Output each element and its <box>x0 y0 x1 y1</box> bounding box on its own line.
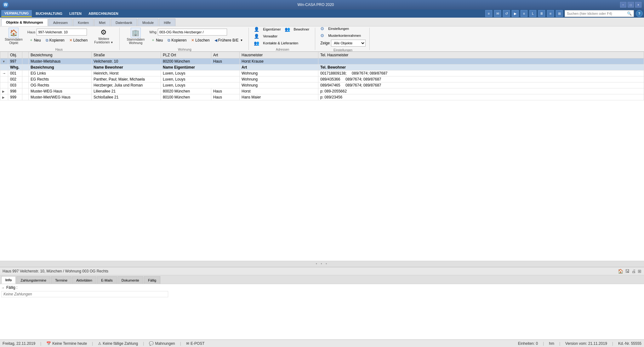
table-row[interactable]: → 001 EG Links Heinrich, Horst Luven, Lo… <box>0 70 644 76</box>
loeschen-haus-button[interactable]: ✕ Löschen <box>67 37 89 43</box>
save-icon[interactable]: 🖫 <box>625 269 630 274</box>
menu-abrechnungen[interactable]: ABRECHNUNGEN <box>85 10 122 17</box>
toolbar-icon-3[interactable]: ↺ <box>503 10 510 17</box>
loeschen-whg-button[interactable]: ✕ Löschen <box>189 37 211 43</box>
sort-cell <box>22 82 29 88</box>
bottom-tab-dokumente[interactable]: Dokumente <box>117 276 143 284</box>
bottom-tab-termine[interactable]: Termine <box>51 276 71 284</box>
expand-cell[interactable] <box>0 82 8 88</box>
col-obj[interactable]: Obj. <box>8 52 22 59</box>
toolbar-icon-6[interactable]: L <box>529 10 536 17</box>
neu-haus-button[interactable]: ＋ Neu <box>27 36 43 44</box>
home-icon[interactable]: 🏠 <box>618 269 623 274</box>
whg-input[interactable] <box>158 29 227 36</box>
expand-cell[interactable]: ▼ <box>0 59 8 64</box>
menu-verwaltung[interactable]: VERWALTUNG <box>1 10 32 17</box>
search-input[interactable] <box>567 12 627 15</box>
expand-cell[interactable] <box>0 76 8 82</box>
expand-icon[interactable]: ▶ <box>2 90 5 93</box>
bottom-content: → Fällig : Keine Zahlungen <box>0 284 644 339</box>
stammdaten-objekt-button[interactable]: 🏠 StammdatenObjekt <box>3 26 25 46</box>
expand-cell[interactable]: → <box>0 70 8 76</box>
tab-konten[interactable]: Konten <box>73 19 94 26</box>
toolbar-icon-1[interactable]: ≡ <box>485 10 492 17</box>
table-row[interactable]: ▶ 998 Muster-WEG Haus Lilienallee 21 800… <box>0 88 644 94</box>
verwalter-button[interactable]: Verwalter <box>261 33 279 39</box>
toolbar-icon-2[interactable]: ✉ <box>494 10 501 17</box>
table-row[interactable]: 002 EG Rechts Panther, Paul; Maier, Mich… <box>0 76 644 82</box>
toolbar-icon-4[interactable]: ▶ <box>512 10 519 17</box>
expand-cell[interactable]: ▶ <box>0 88 8 94</box>
haus-input[interactable] <box>37 29 87 36</box>
bottom-tab-zahlungstermine[interactable]: Zahlungstermine <box>16 276 50 284</box>
musterkonten-button[interactable]: Musterkontenrahmen <box>326 33 363 38</box>
col-plzort[interactable]: PLZ Ort <box>161 52 211 59</box>
toolbar-icon-8[interactable]: ≡ <box>547 10 554 17</box>
table-row[interactable]: 003 OG Rechts Herzberger, Julia und Roma… <box>0 82 644 88</box>
search-box[interactable]: 🔍 <box>565 10 634 17</box>
fruehere-be-button[interactable]: ◀ Frühere B/E ▼ <box>213 37 245 43</box>
toolbar-icon-7[interactable]: Ⅲ <box>538 10 545 17</box>
col-bezeichnung[interactable]: Bezeichnung <box>29 52 92 59</box>
col-strasse[interactable]: Straße <box>92 52 161 59</box>
sort-cell <box>22 88 29 94</box>
tab-datenbank[interactable]: Datenbank <box>111 19 137 26</box>
art-cell: Haus <box>211 94 240 100</box>
table-row[interactable]: ▼ 997 Muster-Mietshaus Veilchenstr. 10 8… <box>0 59 644 64</box>
print-icon[interactable]: 🖨 <box>631 269 636 274</box>
col-art[interactable]: Art <box>211 52 240 59</box>
toolbar-icon-9[interactable]: ⊞ <box>556 10 563 17</box>
tab-adressen[interactable]: Adressen <box>48 19 72 26</box>
stammdaten-wohnung-button[interactable]: 🏢 StammdatenWohnung <box>125 26 147 46</box>
neu-whg-button[interactable]: ＋ Neu <box>149 36 165 44</box>
toolbar-icon-5[interactable]: ≡ <box>521 10 527 17</box>
status-termine-label: Keine Termine heute <box>52 341 87 346</box>
col-sort <box>22 52 29 59</box>
weitere-icon: ⚙ <box>100 28 107 36</box>
kopieren-whg-icon: ⧉ <box>168 38 170 42</box>
kopieren-whg-label: Kopieren <box>171 38 186 42</box>
tab-objekte[interactable]: Objekte & Wohnungen <box>1 19 48 26</box>
help-icon[interactable]: ? <box>636 10 643 17</box>
tab-miet[interactable]: Miet <box>94 19 110 26</box>
expand-cell[interactable]: ▶ <box>0 94 8 100</box>
table-row[interactable]: ▶ 999 Muster-Miet/WEG Haus Schloßallee 2… <box>0 94 644 100</box>
bezeichnung-cell: Muster-Miet/WEG Haus <box>29 94 92 100</box>
tab-module[interactable]: Module <box>138 19 158 26</box>
eigentuemer-button[interactable]: Eigentümer <box>261 26 282 32</box>
collapse-icon[interactable]: ▼ <box>2 60 5 63</box>
art-cell: Wohnung <box>240 76 318 82</box>
bottom-tab-emails[interactable]: E-Mails <box>97 276 117 284</box>
tab-hilfe[interactable]: Hilfe <box>159 19 175 26</box>
menu-buchhaltung[interactable]: BUCHHALTUNG <box>32 10 66 17</box>
col-expand <box>0 52 8 59</box>
table-area: Obj. Bezeichnung Straße PLZ Ort Art Haus… <box>0 52 644 261</box>
bottom-tab-aktivitaeten[interactable]: Aktivitäten <box>72 276 96 284</box>
haus-input-group: Haus <box>27 29 89 36</box>
weitere-funktionen-button[interactable]: ⚙ WeitereFunktionen▼ <box>92 27 115 45</box>
bottom-tab-info[interactable]: Info <box>1 276 16 284</box>
zeige-select[interactable]: Alle Objekte Nur Häuser Nur Wohnungen <box>331 40 366 47</box>
kopieren-whg-button[interactable]: ⧉ Kopieren <box>166 37 188 43</box>
splitter[interactable]: • • • <box>0 261 644 267</box>
bewohner-button[interactable]: Bewohner <box>292 26 311 32</box>
kopieren-haus-button[interactable]: ⧉ Kopieren <box>44 37 66 43</box>
einstellungen-button[interactable]: Einstellungen <box>326 26 351 31</box>
eigentuemer-row: 👤 Eigentümer 👥 Bewohner <box>254 26 311 32</box>
kontakte-button[interactable]: Kontakte & Lieferanten <box>261 40 300 46</box>
bottom-tab-faellig[interactable]: Fällig <box>144 276 160 284</box>
col-tel-hausmeister[interactable]: Tel. Hausmeister <box>318 52 644 59</box>
plzort-cell: 80100 München <box>161 94 211 100</box>
col-hausmeister[interactable]: Hausmeister <box>240 52 318 59</box>
bewohner-cell: Herzberger, Julia und Roman <box>92 82 161 88</box>
menu-listen[interactable]: LISTEN <box>66 10 85 17</box>
minimize-button[interactable]: − <box>620 2 626 8</box>
expand-faellig-icon[interactable]: → <box>1 286 4 289</box>
close-button[interactable]: × <box>635 2 641 8</box>
loeschen-haus-label: Löschen <box>73 38 88 42</box>
expand-icon[interactable]: ▶ <box>2 96 5 99</box>
musterkonten-icon: ⚙ <box>320 33 324 38</box>
grid-icon[interactable]: ⊞ <box>638 269 641 274</box>
maximize-button[interactable]: □ <box>628 2 634 8</box>
tel-cell: 089/947465 089/7674; 089/87687 <box>318 82 644 88</box>
